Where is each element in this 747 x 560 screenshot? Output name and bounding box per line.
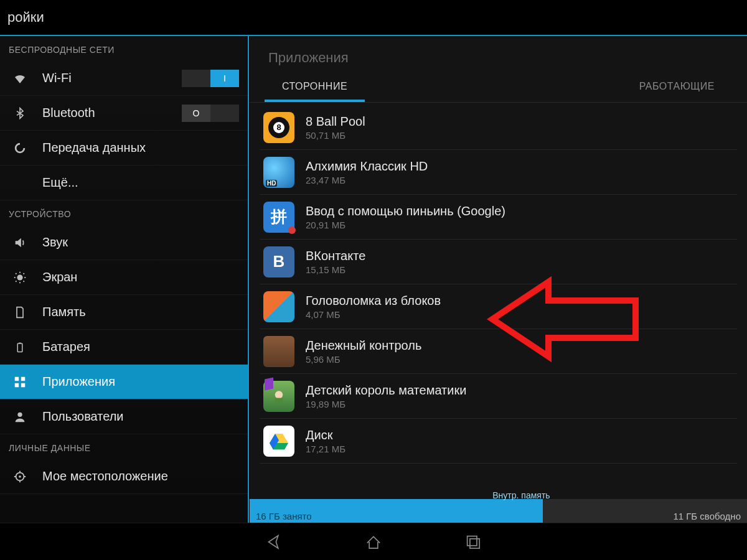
section-wireless-header: БЕСПРОВОДНЫЕ СЕТИ xyxy=(0,36,248,61)
svg-rect-16 xyxy=(470,538,479,548)
storage-icon xyxy=(11,304,29,321)
app-row-drive[interactable]: Диск 17,21 МБ xyxy=(260,419,737,464)
svg-point-9 xyxy=(19,475,21,478)
bluetooth-toggle[interactable]: O xyxy=(182,105,239,122)
app-row-blocks[interactable]: Головоломка из блоков 4,07 МБ xyxy=(260,284,737,329)
sidebar-item-sound[interactable]: Звук xyxy=(0,225,248,260)
sidebar-item-storage[interactable]: Память xyxy=(0,295,248,330)
sound-icon xyxy=(11,234,29,251)
app-icon xyxy=(263,336,294,367)
tab-thirdparty[interactable]: СТОРОННИЕ xyxy=(265,72,365,102)
sidebar-item-label: Ещё... xyxy=(42,175,239,190)
location-icon xyxy=(11,468,29,485)
app-name-label: 8 Ball Pool xyxy=(306,114,365,129)
panel-title: Приложения xyxy=(250,36,747,72)
svg-rect-1 xyxy=(17,343,22,352)
bluetooth-icon xyxy=(11,105,29,122)
app-size-label: 20,91 МБ xyxy=(306,220,505,230)
app-size-label: 50,71 МБ xyxy=(306,130,365,141)
nav-home-button[interactable] xyxy=(361,530,386,554)
svg-rect-15 xyxy=(467,536,477,545)
svg-rect-11 xyxy=(275,398,283,403)
app-size-label: 5,96 МБ xyxy=(306,354,421,365)
sidebar-item-label: Передача данных xyxy=(42,141,239,155)
svg-rect-6 xyxy=(21,383,25,386)
nav-recent-button[interactable] xyxy=(461,530,486,554)
app-icon: B xyxy=(263,246,294,278)
app-row-vkontakte[interactable]: B ВКонтакте 15,15 МБ xyxy=(260,240,737,284)
battery-icon xyxy=(11,338,29,356)
sidebar-item-label: Батарея xyxy=(42,340,239,354)
app-size-label: 19,89 МБ xyxy=(306,399,466,409)
data-usage-icon xyxy=(11,139,29,157)
app-list[interactable]: 8 8 Ball Pool 50,71 МБ HD Алхимия Класси… xyxy=(250,103,747,523)
app-row-8ball[interactable]: 8 8 Ball Pool 50,71 МБ xyxy=(260,105,737,150)
sidebar-item-label: Память xyxy=(42,305,239,319)
sidebar-item-label: Wi-Fi xyxy=(42,71,182,85)
app-size-label: 23,47 МБ xyxy=(306,175,428,185)
sidebar-item-label: Приложения xyxy=(42,375,239,389)
app-icon xyxy=(263,381,294,412)
sidebar-item-label: Пользователи xyxy=(42,409,239,424)
apps-panel: Приложения СТОРОННИЕ РАБОТАЮЩИЕ 8 8 Ball… xyxy=(249,36,747,523)
app-icon: 拼 xyxy=(263,202,294,233)
app-name-label: Алхимия Классик HD xyxy=(306,159,428,174)
sidebar-item-data-usage[interactable]: Передача данных xyxy=(0,131,248,166)
sidebar-item-battery[interactable]: Батарея xyxy=(0,330,248,365)
app-icon xyxy=(263,291,294,322)
sidebar-item-display[interactable]: Экран xyxy=(0,260,248,295)
app-icon: 8 xyxy=(263,112,294,143)
display-icon xyxy=(11,269,29,286)
app-name-label: Диск xyxy=(306,428,345,442)
sidebar-item-location[interactable]: Мое местоположение xyxy=(0,459,248,494)
section-personal-header: ЛИЧНЫЕ ДАННЫЕ xyxy=(0,434,248,459)
app-name-label: Денежный контроль xyxy=(306,338,421,353)
app-name-label: Детский король математики xyxy=(306,383,466,398)
system-navbar xyxy=(0,523,747,560)
svg-rect-5 xyxy=(15,383,19,386)
sidebar-item-label: Звук xyxy=(42,235,239,250)
app-name-label: Головоломка из блоков xyxy=(306,294,441,308)
app-icon xyxy=(263,426,294,457)
app-row-alchemy[interactable]: HD Алхимия Классик HD 23,47 МБ xyxy=(260,150,737,195)
tab-running[interactable]: РАБОТАЮЩИЕ xyxy=(622,72,732,102)
sidebar-item-label: Экран xyxy=(42,270,239,284)
storage-bar: Внутр. память 16 ГБ занято 11 ГБ свободн… xyxy=(250,499,747,523)
sidebar-item-wifi[interactable]: Wi-Fi I xyxy=(0,61,248,96)
svg-point-10 xyxy=(275,391,283,399)
svg-rect-3 xyxy=(15,376,19,380)
svg-rect-2 xyxy=(19,342,21,343)
app-size-label: 15,15 МБ xyxy=(306,264,365,275)
storage-free-label: 11 ГБ свободно xyxy=(543,499,747,523)
apps-tabs: СТОРОННИЕ РАБОТАЮЩИЕ xyxy=(250,72,747,103)
nav-back-button[interactable] xyxy=(261,530,286,554)
storage-used-label: 16 ГБ занято xyxy=(250,499,543,523)
sidebar-item-label: Мое местоположение xyxy=(42,469,239,483)
app-row-math[interactable]: Детский король математики 19,89 МБ xyxy=(260,374,737,419)
app-row-pinyin[interactable]: 拼 Ввод с помощью пиньинь (Google) 20,91 … xyxy=(260,195,737,240)
svg-rect-4 xyxy=(21,376,25,380)
app-row-money[interactable]: Денежный контроль 5,96 МБ xyxy=(260,329,737,374)
wifi-toggle[interactable]: I xyxy=(182,70,239,87)
sidebar-item-users[interactable]: Пользователи xyxy=(0,399,248,434)
wifi-icon xyxy=(11,70,29,87)
sidebar-item-apps[interactable]: Приложения xyxy=(0,365,248,399)
users-icon xyxy=(11,408,29,426)
app-name-label: Ввод с помощью пиньинь (Google) xyxy=(306,204,505,218)
storage-caption: Внутр. память xyxy=(492,490,550,500)
app-size-label: 4,07 МБ xyxy=(306,309,441,320)
page-title: ройки xyxy=(0,0,747,35)
app-size-label: 17,21 МБ xyxy=(306,444,345,454)
sidebar-item-bluetooth[interactable]: Bluetooth O xyxy=(0,96,248,131)
section-device-header: УСТРОЙСТВО xyxy=(0,200,248,225)
apps-icon xyxy=(11,373,29,391)
app-icon: HD xyxy=(263,157,294,188)
svg-point-0 xyxy=(17,274,22,280)
sidebar-item-label: Bluetooth xyxy=(42,106,182,120)
settings-sidebar: БЕСПРОВОДНЫЕ СЕТИ Wi-Fi I Bluetooth O Пе… xyxy=(0,36,249,523)
svg-point-7 xyxy=(17,412,22,416)
app-name-label: ВКонтакте xyxy=(306,249,365,263)
sidebar-item-more[interactable]: Ещё... xyxy=(0,166,248,200)
